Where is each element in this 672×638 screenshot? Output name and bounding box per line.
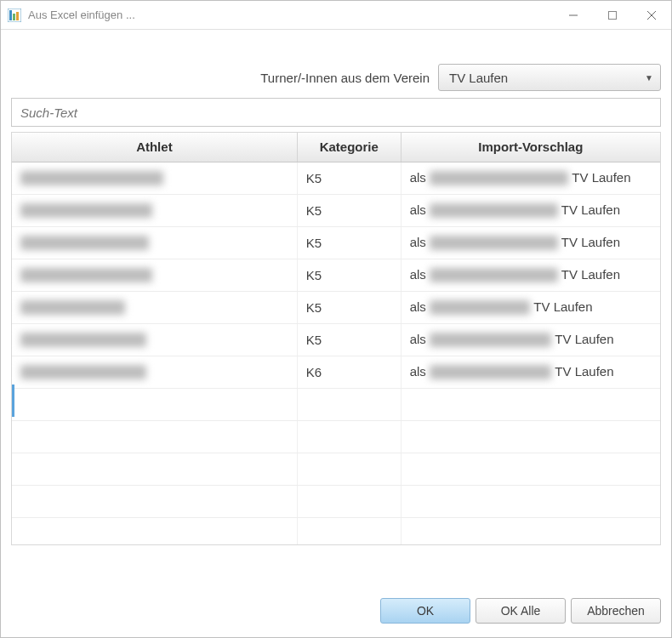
table-header-row: Athlet Kategorie Import-Vorschlag: [12, 133, 660, 162]
table-body: Xxxxxxx xxxxxxxx, XXXXK5als Xxxxxxx xxxx…: [12, 162, 660, 545]
table-row-empty: [12, 485, 660, 517]
suggestion-suffix: TV Laufen: [555, 332, 613, 346]
close-button[interactable]: [632, 1, 671, 30]
dialog-window: Aus Excel einfügen ... Turner/-Innen aus…: [0, 0, 672, 638]
cell-empty: [401, 453, 660, 485]
suggestion-suffix: TV Laufen: [555, 364, 613, 379]
cell-athlete: Xxxxxxx xxxxxxxx, XXXX: [12, 162, 297, 194]
suggestion-suffix: TV Laufen: [561, 202, 620, 217]
cell-athlete: Xxxxx Xxxxxxxx, XXXX: [12, 259, 297, 291]
svg-rect-2: [13, 14, 15, 20]
cell-category: K5: [297, 194, 401, 226]
suggestion-prefix: als: [410, 235, 426, 249]
cell-empty: [12, 517, 297, 545]
redacted-text: Xxxxxxxx Xxxxx XXXX: [430, 236, 558, 250]
results-table: Athlet Kategorie Import-Vorschlag Xxxxxx…: [12, 133, 660, 545]
selection-indicator: [12, 385, 14, 417]
cell-athlete: Xxxxxxxx Xxxx, XXXX: [12, 356, 297, 388]
cell-empty: [297, 485, 401, 517]
cell-empty: [12, 420, 297, 453]
cell-suggestion: als Xxxxxxxx Xxxxx XXXX TV Laufen: [401, 226, 660, 259]
redacted-text: Xxxxxxxx Xxxxx XXXX: [20, 236, 149, 250]
suggestion-prefix: als: [410, 267, 426, 282]
table-row-empty: [12, 420, 660, 453]
redacted-text: Xxxxx Xxxxxxxx, XXXX: [20, 268, 152, 282]
table-row-empty: [12, 388, 660, 420]
suggestion-suffix: TV Laufen: [561, 267, 620, 282]
redacted-text: Xxxxxxx xxxxxxxx, XXXX: [20, 171, 163, 185]
redacted-text: Xxxxx xxxx, XXXX: [20, 300, 125, 315]
cell-athlete: Xxxxxxxxxx Xxx, XXXX: [12, 194, 297, 226]
suggestion-prefix: als: [410, 170, 426, 185]
cell-empty: [12, 453, 297, 485]
redacted-text: Xxxxxxxx Xxxx XXXX: [430, 365, 551, 379]
suggestion-prefix: als: [410, 364, 426, 379]
cancel-button[interactable]: Abbrechen: [571, 598, 661, 624]
cell-empty: [401, 485, 660, 517]
club-dropdown-value: TV Laufen: [449, 71, 508, 85]
chevron-down-icon: ▼: [645, 73, 653, 83]
cell-empty: [12, 388, 297, 420]
svg-rect-1: [9, 10, 12, 20]
cell-athlete: Xxxxxxxx Xxxx, XXXX: [12, 323, 297, 356]
cell-empty: [297, 420, 401, 453]
redacted-text: Xxxxxxxxxx Xxx XXXX: [430, 203, 558, 218]
cell-category: K5: [297, 291, 401, 323]
minimize-button[interactable]: [554, 1, 593, 30]
table-row[interactable]: Xxxxxxxx Xxxxx XXXXK5als Xxxxxxxx Xxxxx …: [12, 226, 660, 259]
cell-category: K5: [297, 162, 401, 194]
table-row[interactable]: Xxxxx xxxx, XXXXK5als Xxxxx xxxx XXXX TV…: [12, 291, 660, 323]
cell-category: K5: [297, 323, 401, 356]
cell-category: K5: [297, 226, 401, 259]
redacted-text: Xxxxxxxxxx Xxx, XXXX: [20, 203, 152, 218]
suggestion-prefix: als: [410, 299, 426, 314]
window-title: Aus Excel einfügen ...: [28, 9, 554, 21]
cell-empty: [401, 420, 660, 453]
cell-suggestion: als Xxxxxxxx Xxxx XXXX TV Laufen: [401, 323, 660, 356]
app-icon: [8, 9, 21, 22]
table-row[interactable]: Xxxxxxx xxxxxxxx, XXXXK5als Xxxxxxx xxxx…: [12, 162, 660, 194]
cell-suggestion: als Xxxxxxxxxx Xxx XXXX TV Laufen: [401, 194, 660, 226]
suggestion-prefix: als: [410, 202, 426, 217]
redacted-text: Xxxxxxx xxxxxxxx XXXX: [430, 171, 568, 185]
suggestion-suffix: TV Laufen: [533, 299, 592, 314]
cell-category: K6: [297, 356, 401, 388]
suggestion-suffix: TV Laufen: [561, 235, 620, 249]
cell-suggestion: als Xxxxxxxx Xxxx XXXX TV Laufen: [401, 356, 660, 388]
cell-empty: [297, 453, 401, 485]
results-table-container: Athlet Kategorie Import-Vorschlag Xxxxxx…: [11, 132, 661, 545]
redacted-text: Xxxxx xxxx XXXX: [430, 300, 530, 315]
col-suggestion[interactable]: Import-Vorschlag: [401, 133, 660, 162]
cell-empty: [401, 388, 660, 420]
redacted-text: Xxxxxxxx Xxxx, XXXX: [20, 365, 146, 379]
redacted-text: Xxxxx Xxxxxxxx XXXX: [430, 268, 558, 282]
table-row[interactable]: Xxxxxxxx Xxxx, XXXXK5als Xxxxxxxx Xxxx X…: [12, 323, 660, 356]
svg-rect-3: [16, 12, 19, 20]
table-row-empty: [12, 453, 660, 485]
col-category[interactable]: Kategorie: [297, 133, 401, 162]
redacted-text: Xxxxxxxx Xxxx, XXXX: [20, 333, 146, 347]
table-row-empty: [12, 517, 660, 545]
cell-empty: [12, 485, 297, 517]
search-input[interactable]: [11, 98, 661, 127]
ok-all-button[interactable]: OK Alle: [476, 598, 566, 624]
club-filter-label: Turner/-Innen aus dem Verein: [260, 71, 430, 85]
window-controls: [554, 1, 671, 30]
col-athlete[interactable]: Athlet: [12, 133, 297, 162]
titlebar: Aus Excel einfügen ...: [1, 1, 671, 30]
ok-button[interactable]: OK: [380, 598, 470, 624]
table-row[interactable]: Xxxxxxxx Xxxx, XXXXK6als Xxxxxxxx Xxxx X…: [12, 356, 660, 388]
cell-empty: [297, 388, 401, 420]
dialog-footer: OK OK Alle Abbrechen: [1, 586, 671, 637]
svg-rect-5: [609, 11, 617, 19]
cell-suggestion: als Xxxxx Xxxxxxxx XXXX TV Laufen: [401, 259, 660, 291]
redacted-text: Xxxxxxxx Xxxx XXXX: [430, 333, 551, 347]
cell-athlete: Xxxxx xxxx, XXXX: [12, 291, 297, 323]
suggestion-prefix: als: [410, 332, 426, 346]
table-row[interactable]: Xxxxx Xxxxxxxx, XXXXK5als Xxxxx Xxxxxxxx…: [12, 259, 660, 291]
filter-row: Turner/-Innen aus dem Verein TV Laufen ▼: [11, 64, 661, 91]
table-row[interactable]: Xxxxxxxxxx Xxx, XXXXK5als Xxxxxxxxxx Xxx…: [12, 194, 660, 226]
maximize-button[interactable]: [593, 1, 632, 30]
club-dropdown[interactable]: TV Laufen ▼: [438, 64, 661, 91]
cell-category: K5: [297, 259, 401, 291]
